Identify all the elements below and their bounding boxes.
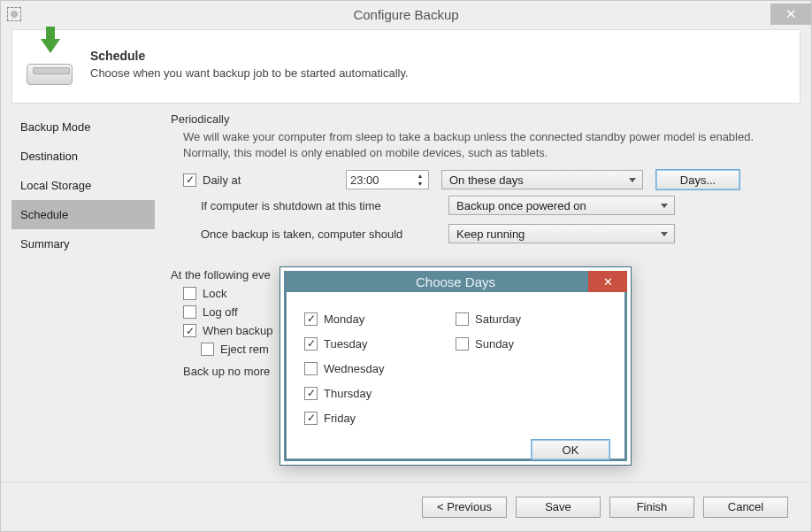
periodically-title: Periodically bbox=[171, 112, 795, 126]
days-button[interactable]: Days... bbox=[655, 169, 740, 190]
wizard-header-subtitle: Choose when you want backup job to be st… bbox=[90, 66, 409, 80]
day-friday-checkbox[interactable]: ✓ bbox=[304, 412, 318, 425]
nomore-label: Back up no more bbox=[183, 365, 270, 378]
after-backup-row: Once backup is taken, computer should Ke… bbox=[201, 224, 795, 243]
spinner-up-icon[interactable]: ▲ bbox=[413, 172, 427, 180]
day-tuesday-checkbox[interactable]: ✓ bbox=[304, 337, 318, 351]
sidebar-item-local-storage[interactable]: Local Storage bbox=[11, 171, 155, 200]
daily-row: ✓ Daily at 23:00 ▲ ▼ On these days Days.… bbox=[183, 169, 795, 190]
configure-backup-window: Configure Backup ✕ Schedule Choose when … bbox=[0, 0, 812, 532]
day-wednesday-checkbox[interactable] bbox=[304, 362, 318, 375]
choose-days-titlebar: Choose Days ✕ bbox=[284, 271, 627, 292]
shutdown-row: If computer is shutdown at this time Bac… bbox=[201, 196, 795, 215]
shutdown-value: Backup once powered on bbox=[456, 199, 586, 212]
recurrence-combo[interactable]: On these days bbox=[441, 170, 643, 189]
daily-checkbox[interactable]: ✓ bbox=[183, 173, 196, 187]
whenbackup-checkbox[interactable]: ✓ bbox=[183, 324, 196, 337]
whenbackup-label: When backup bbox=[203, 324, 273, 337]
close-icon: ✕ bbox=[785, 6, 797, 22]
choose-days-title: Choose Days bbox=[284, 274, 627, 289]
daily-time-spinner[interactable]: 23:00 ▲ ▼ bbox=[346, 170, 429, 189]
sidebar-item-destination[interactable]: Destination bbox=[11, 142, 155, 171]
ejectrem-checkbox[interactable] bbox=[201, 343, 214, 356]
day-friday-label: Friday bbox=[324, 412, 356, 425]
choose-days-dialog: Choose Days ✕ ✓ Monday Saturday ✓ Tuesda… bbox=[280, 266, 632, 466]
wizard-header-title: Schedule bbox=[90, 49, 409, 63]
shutdown-combo[interactable]: Backup once powered on bbox=[448, 196, 675, 215]
day-friday-row: ✓ Friday bbox=[304, 405, 456, 430]
sidebar-item-schedule[interactable]: Schedule bbox=[11, 200, 155, 229]
lock-label: Lock bbox=[203, 287, 226, 300]
day-tuesday-label: Tuesday bbox=[324, 337, 367, 351]
recurrence-value: On these days bbox=[449, 173, 524, 187]
wizard-header: Schedule Choose when you want backup job… bbox=[11, 29, 801, 104]
day-thursday-row: ✓ Thursday bbox=[304, 381, 456, 405]
day-thursday-label: Thursday bbox=[324, 387, 372, 400]
spinner-buttons[interactable]: ▲ ▼ bbox=[413, 172, 427, 188]
choose-days-body: ✓ Monday Saturday ✓ Tuesday Sunday bbox=[287, 292, 624, 436]
after-backup-combo[interactable]: Keep running bbox=[448, 224, 675, 243]
daily-time-value: 23:00 bbox=[350, 173, 379, 187]
after-backup-value: Keep running bbox=[456, 227, 525, 241]
day-wednesday-label: Wednesday bbox=[324, 362, 384, 375]
shutdown-label: If computer is shutdown at this time bbox=[201, 199, 448, 212]
day-sunday-row: Sunday bbox=[456, 331, 607, 356]
day-sunday-checkbox[interactable] bbox=[456, 337, 469, 351]
day-wednesday-row: Wednesday bbox=[304, 356, 456, 381]
app-icon bbox=[7, 7, 21, 21]
day-monday-label: Monday bbox=[324, 312, 364, 326]
titlebar: Configure Backup ✕ bbox=[1, 1, 811, 27]
day-thursday-checkbox[interactable]: ✓ bbox=[304, 387, 318, 400]
logoff-label: Log off bbox=[203, 305, 238, 319]
finish-button[interactable]: Finish bbox=[609, 497, 694, 518]
window-title: Configure Backup bbox=[1, 7, 811, 22]
wizard-steps-sidebar: Backup Mode Destination Local Storage Sc… bbox=[11, 112, 155, 478]
cancel-button[interactable]: Cancel bbox=[703, 497, 788, 518]
day-monday-checkbox[interactable]: ✓ bbox=[304, 312, 318, 326]
schedule-icon bbox=[25, 39, 74, 89]
daily-label: Daily at bbox=[203, 173, 346, 187]
day-saturday-checkbox[interactable] bbox=[456, 312, 469, 326]
wizard-footer: < Previous Save Finish Cancel bbox=[1, 482, 811, 531]
window-close-button[interactable]: ✕ bbox=[770, 4, 811, 25]
lock-checkbox[interactable] bbox=[183, 287, 196, 300]
day-monday-row: ✓ Monday bbox=[304, 306, 456, 331]
logoff-checkbox[interactable] bbox=[183, 305, 196, 319]
periodically-note: We will wake your computer from sleep to… bbox=[183, 129, 795, 160]
wizard-header-text: Schedule Choose when you want backup job… bbox=[90, 49, 409, 80]
choose-days-footer: OK bbox=[287, 436, 624, 471]
day-tuesday-row: ✓ Tuesday bbox=[304, 331, 456, 356]
choose-days-ok-button[interactable]: OK bbox=[531, 439, 610, 460]
save-button[interactable]: Save bbox=[516, 497, 601, 518]
ejectrem-label: Eject rem bbox=[220, 343, 269, 356]
spinner-down-icon[interactable]: ▼ bbox=[413, 180, 427, 188]
sidebar-item-backup-mode[interactable]: Backup Mode bbox=[11, 112, 155, 142]
previous-button[interactable]: < Previous bbox=[422, 497, 507, 518]
day-sunday-label: Sunday bbox=[475, 337, 514, 351]
sidebar-item-summary[interactable]: Summary bbox=[11, 229, 155, 258]
day-saturday-label: Saturday bbox=[475, 312, 521, 326]
day-saturday-row: Saturday bbox=[456, 306, 607, 331]
after-backup-label: Once backup is taken, computer should bbox=[201, 227, 448, 241]
